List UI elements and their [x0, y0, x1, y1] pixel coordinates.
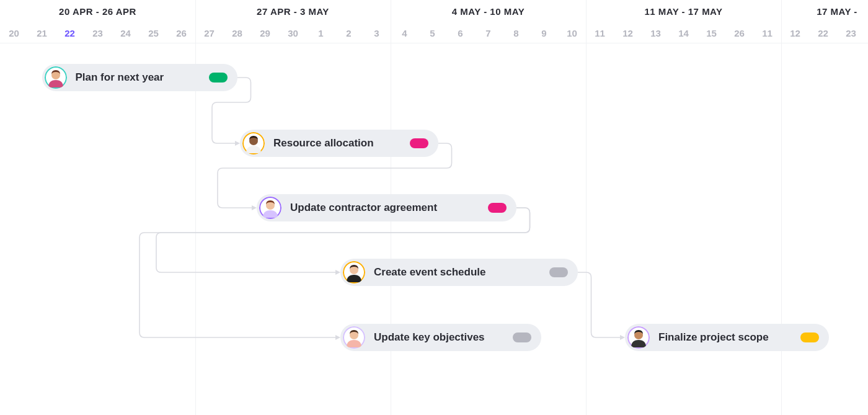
task-label: Resource allocation	[273, 137, 402, 149]
task-label: Finalize project scope	[658, 331, 793, 344]
week-label: 20 APR - 26 APR	[0, 0, 195, 22]
day-label: 27	[195, 22, 223, 43]
status-pill	[410, 138, 428, 148]
task-plan-next-year[interactable]: Plan for next year	[42, 64, 237, 91]
avatar	[627, 326, 650, 349]
day-label: 29	[251, 22, 279, 43]
avatar	[242, 132, 265, 154]
day-label: 28	[223, 22, 251, 43]
day-label: 2	[335, 22, 363, 43]
day-label: 22	[809, 22, 837, 43]
task-update-key-objectives[interactable]: Update key objectives	[340, 324, 541, 351]
svg-marker-3	[620, 335, 625, 340]
day-label: 14	[670, 22, 698, 43]
svg-marker-1	[252, 205, 257, 210]
week-label: 17 MAY -	[781, 0, 868, 22]
task-resource-allocation[interactable]: Resource allocation	[240, 130, 438, 157]
task-label: Update contractor agreement	[290, 202, 480, 214]
task-label: Update key objectives	[374, 331, 505, 344]
day-label: 5	[418, 22, 446, 43]
day-label: 26	[725, 22, 753, 43]
day-label: 6	[446, 22, 474, 43]
day-label: 25	[140, 22, 167, 43]
avatar	[259, 197, 281, 219]
day-label: 11	[753, 22, 781, 43]
status-pill	[549, 267, 568, 277]
week-label: 11 MAY - 17 MAY	[586, 0, 781, 22]
avatar	[343, 261, 365, 283]
day-label: 30	[279, 22, 307, 43]
day-label: 12	[781, 22, 809, 43]
day-label: 23	[84, 22, 112, 43]
day-label: 15	[698, 22, 725, 43]
day-label: 23	[837, 22, 865, 43]
day-label: 20	[0, 22, 28, 43]
timeline-header: 20 APR - 26 APR27 APR - 3 MAY4 MAY - 10 …	[0, 0, 868, 43]
avatar	[343, 326, 365, 349]
day-label: 22	[56, 22, 84, 43]
task-label: Plan for next year	[76, 71, 202, 84]
week-strip: 20 APR - 26 APR27 APR - 3 MAY4 MAY - 10 …	[0, 0, 868, 22]
avatar	[45, 66, 67, 89]
status-pill	[209, 73, 228, 83]
day-label: 24	[112, 22, 140, 43]
day-label: 7	[474, 22, 502, 43]
day-label: 9	[530, 22, 558, 43]
task-create-event-schedule[interactable]: Create event schedule	[340, 259, 578, 286]
week-label: 4 MAY - 10 MAY	[391, 0, 586, 22]
day-label: 12	[614, 22, 642, 43]
day-label: 10	[558, 22, 586, 43]
week-label: 27 APR - 3 MAY	[195, 0, 391, 22]
day-label: 21	[28, 22, 56, 43]
day-label: 11	[586, 22, 614, 43]
day-label: 26	[167, 22, 195, 43]
status-pill	[800, 332, 819, 342]
day-strip: 2021222324252627282930123456789101112131…	[0, 22, 868, 43]
svg-marker-4	[335, 335, 340, 340]
status-pill	[488, 203, 507, 213]
day-label: 1	[307, 22, 335, 43]
gantt-container: 20 APR - 26 APR27 APR - 3 MAY4 MAY - 10 …	[0, 0, 868, 415]
day-label: 8	[502, 22, 530, 43]
svg-marker-0	[235, 141, 240, 146]
task-finalize-project-scope[interactable]: Finalize project scope	[625, 324, 829, 351]
task-update-contractor[interactable]: Update contractor agreement	[257, 194, 516, 221]
day-label: 3	[363, 22, 391, 43]
task-label: Create event schedule	[374, 266, 542, 279]
day-label: 4	[391, 22, 418, 43]
status-pill	[513, 332, 531, 342]
day-label: 13	[642, 22, 670, 43]
svg-marker-2	[335, 270, 340, 275]
